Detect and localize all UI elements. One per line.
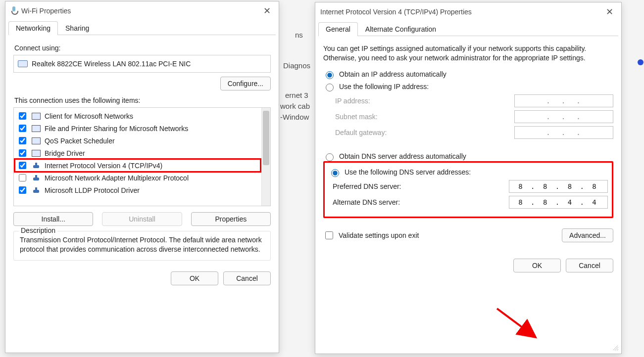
radio-ip-auto[interactable]: Obtain an IP address automatically bbox=[323, 70, 613, 79]
radio-ip-manual[interactable]: Use the following IP address: bbox=[323, 82, 613, 91]
ipv4-titlebar: Internet Protocol Version 4 (TCP/IPv4) P… bbox=[315, 2, 621, 20]
description-text: Transmission Control Protocol/Internet P… bbox=[20, 235, 264, 254]
client-icon bbox=[32, 150, 41, 157]
alternate-dns-field[interactable]: 8 . 8 . 4 . 4 bbox=[509, 196, 608, 209]
ipv4-tabs: General Alternate Configuration bbox=[318, 22, 618, 36]
network-components-list: Client for Microsoft NetworksFile and Pr… bbox=[13, 107, 271, 206]
component-checkbox[interactable] bbox=[19, 174, 26, 181]
ipv4-properties-dialog: Internet Protocol Version 4 (TCP/IPv4) P… bbox=[315, 2, 622, 354]
radio-dns-auto-label: Obtain DNS server address automatically bbox=[339, 152, 466, 160]
component-item[interactable]: Bridge Driver bbox=[15, 147, 260, 159]
ipv4-cancel-button[interactable]: Cancel bbox=[566, 259, 613, 272]
close-icon[interactable]: ✕ bbox=[603, 5, 616, 18]
ipv4-title: Internet Protocol Version 4 (TCP/IPv4) P… bbox=[320, 8, 472, 16]
protocol-icon bbox=[32, 187, 41, 194]
components-scrollbar[interactable] bbox=[261, 108, 270, 206]
dns-highlight-box: Use the following DNS server addresses: … bbox=[323, 161, 613, 218]
component-label: QoS Packet Scheduler bbox=[45, 137, 115, 145]
tab-sharing[interactable]: Sharing bbox=[58, 21, 97, 35]
wifi-tabs: Networking Sharing bbox=[8, 21, 276, 35]
radio-dns-manual-label: Use the following DNS server addresses: bbox=[345, 168, 471, 176]
preferred-dns-field[interactable]: 8 . 8 . 8 . 8 bbox=[509, 180, 608, 193]
component-item[interactable]: Microsoft Network Adapter Multiplexor Pr… bbox=[15, 172, 260, 184]
wifi-ok-button[interactable]: OK bbox=[171, 271, 218, 285]
alternate-dns-label: Alternate DNS server: bbox=[333, 198, 400, 206]
properties-button[interactable]: Properties bbox=[191, 212, 271, 226]
component-item[interactable]: Client for Microsoft Networks bbox=[15, 110, 260, 122]
ipv4-note: You can get IP settings assigned automat… bbox=[323, 44, 613, 63]
background-fragment: -Window bbox=[280, 113, 309, 121]
wifi-panel: Connect using: Realtek 8822CE Wireless L… bbox=[5, 35, 279, 267]
subnet-mask-field: ... bbox=[514, 110, 613, 123]
radio-ip-auto-input[interactable] bbox=[326, 71, 334, 79]
description-legend: Description bbox=[19, 226, 57, 234]
nic-icon bbox=[18, 60, 28, 67]
component-label: File and Printer Sharing for Microsoft N… bbox=[45, 125, 188, 133]
configure-button[interactable]: Configure... bbox=[220, 77, 271, 90]
background-fragment: ernet 3 bbox=[285, 91, 308, 99]
validate-checkbox-row[interactable]: Validate settings upon exit bbox=[323, 230, 419, 241]
tab-alternate-configuration[interactable]: Alternate Configuration bbox=[358, 22, 444, 36]
radio-ip-manual-input[interactable] bbox=[326, 84, 334, 91]
radio-dns-auto[interactable]: Obtain DNS server address automatically bbox=[323, 152, 613, 161]
install-button[interactable]: Install... bbox=[13, 212, 93, 226]
component-label: Microsoft Network Adapter Multiplexor Pr… bbox=[45, 174, 189, 182]
ipv4-panel: You can get IP settings assigned automat… bbox=[315, 36, 621, 254]
tab-general[interactable]: General bbox=[318, 22, 358, 36]
uses-items-label: This connection uses the following items… bbox=[14, 96, 271, 104]
background-fragment: work cab bbox=[280, 102, 310, 110]
component-item[interactable]: File and Printer Sharing for Microsoft N… bbox=[15, 122, 260, 134]
client-icon bbox=[32, 113, 41, 120]
component-item[interactable]: Microsoft LLDP Protocol Driver bbox=[15, 184, 260, 196]
wifi-cancel-button[interactable]: Cancel bbox=[223, 271, 271, 285]
component-checkbox[interactable] bbox=[19, 125, 26, 132]
preferred-dns-label: Preferred DNS server: bbox=[333, 182, 401, 190]
ip-address-label: IP address: bbox=[335, 97, 370, 105]
wifi-properties-dialog: Wi-Fi Properties ✕ Networking Sharing Co… bbox=[5, 1, 279, 353]
scrollbar-thumb[interactable] bbox=[263, 111, 269, 165]
resize-grip-icon[interactable] bbox=[611, 344, 618, 351]
wifi-titlebar: Wi-Fi Properties ✕ bbox=[5, 1, 279, 19]
adapter-field[interactable]: Realtek 8822CE Wireless LAN 802.11ac PCI… bbox=[13, 55, 271, 73]
close-icon[interactable]: ✕ bbox=[260, 4, 274, 17]
validate-label: Validate settings upon exit bbox=[339, 231, 419, 239]
ipv4-ok-button[interactable]: OK bbox=[513, 259, 561, 272]
component-item[interactable]: QoS Packet Scheduler bbox=[15, 134, 260, 147]
background-fragment: ns bbox=[295, 31, 303, 39]
background-accent-dot bbox=[638, 59, 644, 65]
radio-ip-manual-label: Use the following IP address: bbox=[339, 83, 429, 90]
client-icon bbox=[32, 125, 41, 132]
advanced-button[interactable]: Advanced... bbox=[562, 228, 613, 242]
component-checkbox[interactable] bbox=[19, 112, 26, 120]
tab-networking[interactable]: Networking bbox=[8, 21, 58, 35]
background-fragment: Diagnos bbox=[283, 61, 310, 70]
component-label: Internet Protocol Version 4 (TCP/IPv4) bbox=[45, 162, 162, 170]
subnet-mask-label: Subnet mask: bbox=[335, 113, 378, 121]
radio-dns-auto-input[interactable] bbox=[326, 153, 334, 161]
ip-address-field: ... bbox=[514, 94, 613, 107]
uninstall-button: Uninstall bbox=[102, 212, 182, 226]
connect-using-label: Connect using: bbox=[14, 44, 271, 52]
adapter-name: Realtek 8822CE Wireless LAN 802.11ac PCI… bbox=[32, 60, 191, 68]
protocol-icon bbox=[32, 162, 41, 169]
validate-checkbox[interactable] bbox=[325, 231, 333, 239]
radio-dns-manual-input[interactable] bbox=[331, 169, 339, 177]
ipv4-footer: OK Cancel bbox=[315, 254, 621, 279]
wifi-footer: OK Cancel bbox=[5, 267, 279, 292]
component-item[interactable]: Internet Protocol Version 4 (TCP/IPv4) bbox=[15, 159, 260, 172]
description-group: Description Transmission Control Protoco… bbox=[13, 231, 271, 261]
component-checkbox[interactable] bbox=[19, 137, 26, 144]
default-gateway-label: Default gateway: bbox=[335, 129, 387, 136]
default-gateway-field: ... bbox=[514, 126, 613, 139]
component-label: Microsoft LLDP Protocol Driver bbox=[45, 186, 140, 194]
protocol-icon bbox=[32, 175, 41, 181]
component-checkbox[interactable] bbox=[19, 162, 26, 169]
radio-dns-manual[interactable]: Use the following DNS server addresses: bbox=[329, 168, 608, 177]
wifi-title: Wi-Fi Properties bbox=[21, 7, 71, 15]
component-checkbox[interactable] bbox=[19, 149, 26, 157]
component-label: Bridge Driver bbox=[45, 149, 85, 157]
component-label: Client for Microsoft Networks bbox=[45, 112, 133, 120]
client-icon bbox=[32, 137, 41, 144]
component-checkbox[interactable] bbox=[19, 186, 26, 194]
wifi-adapter-icon bbox=[10, 6, 17, 15]
